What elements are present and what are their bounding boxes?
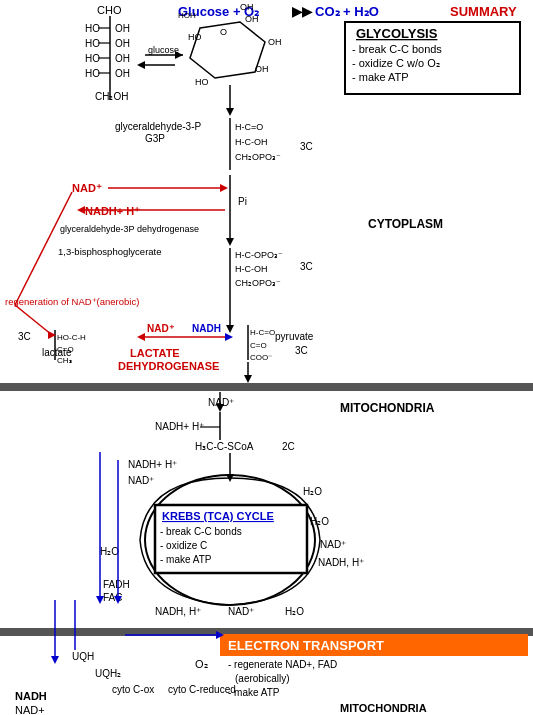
- svg-text:HO: HO: [195, 77, 209, 87]
- svg-text:O: O: [220, 27, 227, 37]
- glycolysis-title: GLYCOLYSIS: [356, 26, 438, 41]
- acetyl-coa: H₃C-C-SCoA: [195, 441, 254, 452]
- nadh-right-krebs: NADH, H⁺: [318, 557, 364, 568]
- svg-text:OH: OH: [115, 38, 130, 49]
- svg-text:OH: OH: [115, 68, 130, 79]
- svg-marker-55: [137, 333, 145, 341]
- et-point1: - regenerate NAD+, FAD: [228, 659, 337, 670]
- glycolysis-point1: - break C-C bonds: [352, 43, 442, 55]
- nad-bottom: NAD⁺: [228, 606, 254, 617]
- bisphospho-label: 1,3-bisphosphoglycerate: [58, 246, 162, 257]
- nad-plus-red: NAD⁺: [72, 182, 102, 194]
- cyto-red: cyto C-reduced: [168, 684, 236, 695]
- o2-label: O₂: [195, 658, 208, 670]
- nad-krebs1: NAD⁺: [128, 475, 154, 486]
- svg-text:HO: HO: [85, 38, 100, 49]
- g3p-3c: 3C: [300, 141, 313, 152]
- svg-marker-49: [226, 325, 234, 333]
- krebs-point2: - oxidize C: [160, 540, 207, 551]
- svg-text:H-C=O: H-C=O: [235, 122, 263, 132]
- divider2: [0, 628, 533, 632]
- krebs-title: KREBS (TCA) CYCLE: [162, 510, 274, 522]
- uqh-label: UQH: [72, 651, 94, 662]
- bisphospho-3c: 3C: [300, 261, 313, 272]
- cho-label: CHO: [97, 4, 122, 16]
- nadh-et: NADH: [15, 690, 47, 702]
- svg-text:Pi: Pi: [238, 196, 247, 207]
- enzyme-label: glyceraldehyde-3P dehydrogenase: [60, 224, 199, 234]
- svg-text:HO: HO: [188, 32, 202, 42]
- krebs-point3: - make ATP: [160, 554, 212, 565]
- nad-plus-arrow: NAD⁺: [147, 323, 175, 334]
- lactate-dh-label2: DEHYDROGENASE: [118, 360, 219, 372]
- svg-text:G3P: G3P: [145, 133, 165, 144]
- svg-marker-20: [137, 61, 145, 69]
- svg-marker-62: [244, 375, 252, 383]
- cytoplasm-label: CYTOPLASM: [368, 217, 443, 231]
- nadh-mito: NADH+ H⁺: [155, 421, 204, 432]
- fadh-label: FADH: [103, 579, 130, 590]
- svg-marker-56: [225, 333, 233, 341]
- uqh2-label: UQH₂: [95, 668, 121, 679]
- svg-text:OH: OH: [245, 14, 259, 24]
- pyruvate-3c: 3C: [295, 345, 308, 356]
- svg-text:CH₂OPO₃⁻: CH₂OPO₃⁻: [235, 152, 281, 162]
- lactate-dh-label: LACTATE: [130, 347, 180, 359]
- acetyl-2c: 2C: [282, 441, 295, 452]
- krebs-point1: - break C-C bonds: [160, 526, 242, 537]
- svg-text:glucose: glucose: [148, 45, 179, 55]
- glycolysis-point2: - oxidize C w/o O₂: [352, 57, 440, 69]
- svg-text:HO: HO: [85, 53, 100, 64]
- svg-text:OH: OH: [255, 64, 269, 74]
- svg-marker-77: [51, 656, 59, 664]
- svg-marker-40: [77, 206, 85, 214]
- svg-text:OH: OH: [115, 23, 130, 34]
- svg-text:CO₂ + H₂O: CO₂ + H₂O: [315, 4, 379, 19]
- nad-et: NAD+: [15, 704, 45, 715]
- nad-right-krebs: NAD⁺: [320, 539, 346, 550]
- svg-text:▶▶: ▶▶: [292, 4, 313, 19]
- svg-text:HOH: HOH: [178, 11, 196, 20]
- h2o-krebs1: H₂O: [303, 486, 322, 497]
- svg-text:C=O: C=O: [57, 345, 74, 354]
- svg-text:H-C=O: H-C=O: [250, 328, 275, 337]
- nadh-h-bottom: NADH, H⁺: [155, 606, 201, 617]
- mitochondria-label: MITOCHONDRIA: [340, 401, 435, 415]
- svg-text:COO⁻: COO⁻: [250, 353, 272, 362]
- svg-text:C=O: C=O: [250, 341, 267, 350]
- nadh-arrow: NADH: [192, 323, 221, 334]
- main-container: Glucose + O₂ ▶▶ CO₂ + H₂O SUMMARY GLYCOL…: [0, 0, 533, 715]
- h2o-krebs3: H₂O: [100, 546, 119, 557]
- svg-text:HO: HO: [85, 23, 100, 34]
- h2o-krebs2: H₂O: [310, 516, 329, 527]
- svg-text:CH₃: CH₃: [57, 356, 72, 365]
- et-point2: (aerobically): [235, 673, 289, 684]
- cyto-ox: cyto C-ox: [112, 684, 154, 695]
- nadh-h-red: NADH+ H⁺: [85, 205, 140, 217]
- regen-label: regeneration of NAD⁺(anerobic): [5, 296, 139, 307]
- lactate-3c: 3C: [18, 331, 31, 342]
- svg-text:HO: HO: [85, 68, 100, 79]
- svg-text:CH₂OPO₃⁻: CH₂OPO₃⁻: [235, 278, 281, 288]
- divider1b: [0, 387, 533, 391]
- svg-marker-42: [226, 238, 234, 246]
- svg-text:OH: OH: [115, 53, 130, 64]
- nadh-krebs1: NADH+ H⁺: [128, 459, 177, 470]
- pyruvate-label: pyruvate: [275, 331, 314, 342]
- divider1: [0, 383, 533, 387]
- svg-text:H-C-OH: H-C-OH: [235, 137, 268, 147]
- svg-text:HO-C-H: HO-C-H: [57, 333, 86, 342]
- g3p-label: glyceraldehyde-3-P: [115, 121, 201, 132]
- glycolysis-point3: - make ATP: [352, 71, 409, 83]
- mitochondria-label2: MITOCHONDRIA: [340, 702, 427, 714]
- glucose-ring: [190, 22, 265, 78]
- svg-text:OH: OH: [268, 37, 282, 47]
- summary-label: SUMMARY: [450, 4, 517, 19]
- svg-marker-67: [216, 404, 224, 412]
- svg-marker-31: [226, 108, 234, 116]
- svg-text:H-C-OH: H-C-OH: [235, 264, 268, 274]
- et-point3: - make ATP: [228, 687, 280, 698]
- et-label: ELECTRON TRANSPORT: [228, 638, 384, 653]
- svg-text:CH₂OH: CH₂OH: [95, 91, 128, 102]
- h2o-bottom: H₂O: [285, 606, 304, 617]
